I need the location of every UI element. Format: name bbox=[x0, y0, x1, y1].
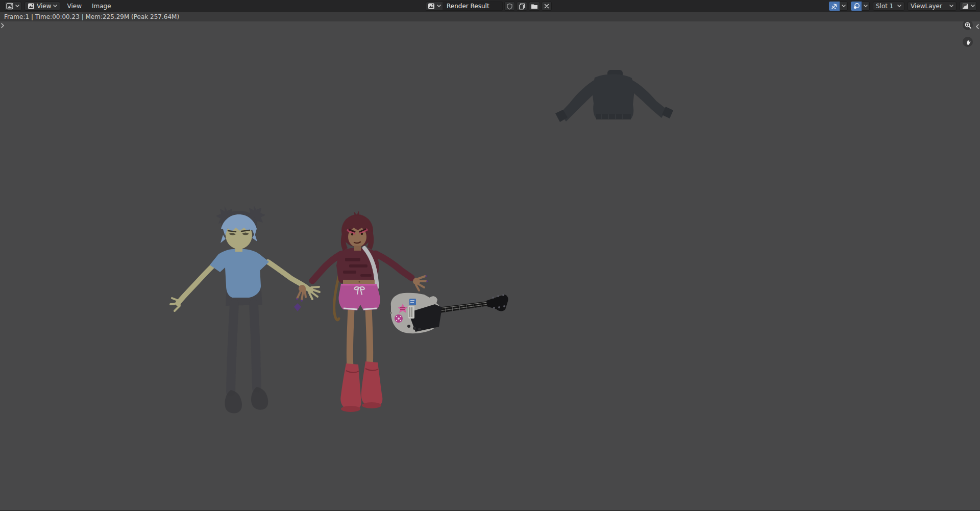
white-electric-guitar bbox=[390, 293, 508, 334]
gizmo-icon bbox=[831, 3, 838, 10]
chevron-down-icon bbox=[437, 5, 441, 8]
image-name-field[interactable]: Render Result bbox=[443, 2, 503, 11]
chevron-down-icon bbox=[15, 5, 19, 8]
menu-view[interactable]: View bbox=[63, 0, 85, 12]
image-icon bbox=[28, 3, 35, 10]
guitar-pick bbox=[294, 303, 301, 311]
image-editor-header: View View Image Render Result bbox=[0, 0, 980, 12]
zoom-icon bbox=[965, 22, 971, 29]
editor-mode-label: View bbox=[37, 3, 51, 10]
header-left-group: View View Image bbox=[4, 0, 115, 12]
duplicate-icon bbox=[519, 3, 525, 10]
chevron-down-icon bbox=[53, 5, 57, 8]
overlays-dropdown[interactable] bbox=[862, 2, 870, 11]
render-result-image bbox=[0, 0, 980, 511]
zoom-button[interactable] bbox=[963, 20, 973, 30]
sidebar-expand-toggle[interactable] bbox=[975, 22, 980, 31]
show-gizmos-toggle[interactable] bbox=[829, 2, 840, 11]
fake-user-button[interactable] bbox=[504, 2, 515, 11]
dark-jacket-silhouette bbox=[555, 70, 673, 122]
render-stats-text: Frame:1 | Time:00:00.23 | Mem:225.29M (P… bbox=[4, 13, 179, 20]
view-layer-select[interactable]: ViewLayer bbox=[908, 2, 957, 11]
display-channels-dropdown[interactable] bbox=[960, 2, 977, 11]
open-image-button[interactable] bbox=[529, 2, 540, 11]
display-channels-icon bbox=[962, 3, 969, 10]
render-slot-value: Slot 1 bbox=[876, 3, 893, 10]
image-editor-viewport[interactable] bbox=[0, 0, 980, 511]
unlink-image-button[interactable] bbox=[542, 2, 552, 11]
show-overlays-toggle[interactable] bbox=[851, 2, 862, 11]
chevron-left-icon bbox=[975, 22, 980, 31]
browse-image-dropdown[interactable] bbox=[426, 2, 443, 11]
editor-type-dropdown[interactable] bbox=[4, 2, 21, 11]
pan-button[interactable] bbox=[963, 37, 973, 47]
chevron-down-icon bbox=[842, 5, 846, 8]
header-right-group: Slot 1 ViewLayer bbox=[829, 0, 977, 12]
gizmos-dropdown[interactable] bbox=[840, 2, 848, 11]
viewport-nav-controls bbox=[963, 20, 973, 47]
view-layer-value: ViewLayer bbox=[911, 3, 942, 10]
render-slot-select[interactable]: Slot 1 bbox=[873, 2, 904, 11]
menu-image[interactable]: Image bbox=[88, 0, 115, 12]
shield-icon bbox=[506, 3, 513, 10]
new-image-button[interactable] bbox=[517, 2, 527, 11]
chevron-down-icon bbox=[864, 5, 868, 8]
chevron-down-icon bbox=[949, 5, 953, 8]
toolbar-expand-toggle[interactable] bbox=[0, 21, 5, 30]
chevron-down-icon bbox=[897, 5, 901, 8]
image-editor-icon bbox=[6, 3, 13, 10]
chevron-down-icon bbox=[971, 5, 975, 8]
close-icon bbox=[544, 3, 550, 9]
image-icon bbox=[428, 3, 435, 10]
image-datablock-group: Render Result bbox=[426, 0, 552, 12]
render-stats-bar: Frame:1 | Time:00:00.23 | Mem:225.29M (P… bbox=[0, 12, 980, 21]
pan-hand-icon bbox=[965, 39, 971, 45]
chevron-right-icon bbox=[0, 21, 5, 30]
overlays-icon bbox=[853, 3, 860, 10]
folder-icon bbox=[531, 3, 538, 10]
editor-mode-dropdown[interactable]: View bbox=[24, 2, 60, 11]
blender-render-window: { "header": { "editor_type": { "icon": "… bbox=[0, 0, 980, 511]
